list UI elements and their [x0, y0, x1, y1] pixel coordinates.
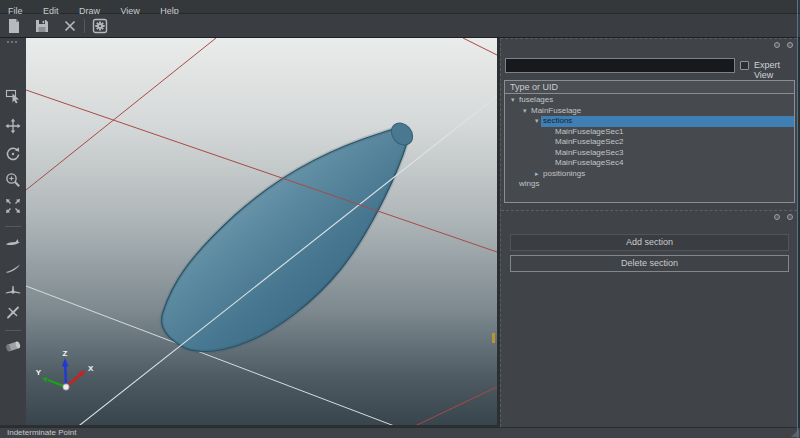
rotate-icon[interactable] — [5, 146, 21, 162]
tree-item-label: MainFuselageSec3 — [555, 148, 623, 159]
edge-marker — [492, 333, 495, 343]
statusbar: Indeterminate Point — [0, 427, 800, 438]
select-icon[interactable] — [5, 88, 21, 104]
fit-all-icon[interactable] — [5, 198, 21, 214]
tree-item-label: positionings — [543, 169, 585, 180]
delete-section-button[interactable]: Delete section — [510, 255, 789, 272]
tree-item-MainFuselageSec1[interactable]: MainFuselageSec1 — [505, 127, 794, 138]
dock-controls — [771, 42, 793, 49]
dock-controls — [771, 214, 793, 221]
save-icon[interactable] — [34, 18, 50, 34]
pan-icon[interactable] — [5, 118, 21, 134]
airplane-top-view-icon[interactable] — [5, 304, 21, 320]
tree-item-label: fuselages — [519, 95, 553, 106]
add-section-button[interactable]: Add section — [510, 234, 789, 251]
fuselage-model[interactable] — [162, 119, 417, 352]
tree-item-label: MainFuselage — [531, 106, 581, 117]
status-message: Indeterminate Point — [7, 428, 76, 438]
shaded-view-icon[interactable] — [5, 338, 21, 354]
viewport-scene: Z X Y — [26, 38, 497, 425]
toolbar-separator — [84, 19, 85, 33]
tree-dock-panel: Expert View Type or UID ▾fuselages▾MainF… — [500, 38, 797, 427]
tree-item-label: sections — [543, 116, 572, 127]
tree-item-MainFuselage[interactable]: ▾MainFuselage — [505, 106, 794, 117]
main-toolbar — [0, 14, 800, 38]
tree-item-label: MainFuselageSec1 — [555, 127, 623, 138]
collapse-arrow-icon[interactable]: ▾ — [535, 116, 539, 127]
view-toolbar — [0, 38, 26, 425]
axis-triad: Z X Y — [36, 349, 94, 390]
dock-float-button[interactable] — [774, 214, 780, 220]
dock-float-button[interactable] — [774, 42, 780, 48]
viewport-3d[interactable]: Z X Y — [26, 38, 497, 425]
toolbar-drag-handle[interactable] — [7, 41, 19, 44]
expert-view-label: Expert View — [754, 60, 797, 80]
dock-close-button[interactable] — [787, 214, 793, 220]
window-edge-highlight — [797, 0, 798, 438]
tree-item-positionings[interactable]: ▸positionings — [505, 169, 794, 180]
tree-item-sections[interactable]: ▾sections — [505, 116, 794, 127]
tree-body: ▾fuselages▾MainFuselage▾sectionsMainFuse… — [505, 94, 794, 202]
tree-selection-highlight — [541, 116, 794, 127]
tree-item-MainFuselageSec3[interactable]: MainFuselageSec3 — [505, 148, 794, 159]
tree-item-MainFuselageSec4[interactable]: MainFuselageSec4 — [505, 158, 794, 169]
tree-item-label: MainFuselageSec2 — [555, 137, 623, 148]
tree-item-label: wings — [519, 179, 539, 190]
tree-item-label: MainFuselageSec4 — [555, 158, 623, 169]
tree-item-wings[interactable]: wings — [505, 179, 794, 190]
axis-z-label: Z — [63, 349, 68, 358]
toolbar-separator — [5, 330, 21, 331]
airplane-side-view-icon[interactable] — [5, 234, 21, 250]
search-input[interactable] — [505, 58, 735, 73]
settings-icon[interactable] — [92, 18, 108, 34]
axis-x-label: X — [88, 364, 94, 373]
tree-item-fuselages[interactable]: ▾fuselages — [505, 95, 794, 106]
zoom-in-icon[interactable] — [5, 172, 21, 188]
collapse-arrow-icon[interactable]: ▾ — [523, 106, 527, 117]
axis-y-label: Y — [36, 368, 42, 377]
dock-close-button[interactable] — [787, 42, 793, 48]
dock-separator[interactable] — [501, 210, 797, 211]
tree-header[interactable]: Type or UID — [505, 81, 794, 94]
airplane-front-view-icon[interactable] — [5, 282, 21, 298]
toolbar-separator — [5, 226, 21, 227]
menubar: File Edit Draw View Help — [0, 0, 800, 14]
close-icon[interactable] — [62, 18, 78, 34]
scene-tree: Type or UID ▾fuselages▾MainFuselage▾sect… — [504, 80, 795, 203]
new-file-icon[interactable] — [6, 18, 22, 34]
airplane-bottom-view-icon[interactable] — [5, 260, 21, 276]
expert-view-checkbox[interactable] — [740, 61, 749, 70]
collapse-arrow-icon[interactable]: ▾ — [511, 95, 515, 106]
tree-item-MainFuselageSec2[interactable]: MainFuselageSec2 — [505, 137, 794, 148]
expand-arrow-icon[interactable]: ▸ — [535, 169, 539, 180]
